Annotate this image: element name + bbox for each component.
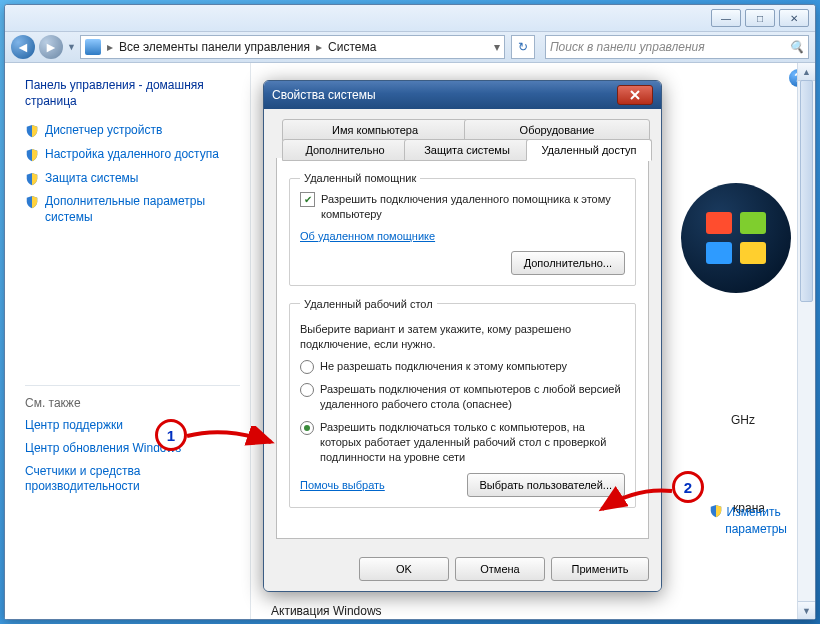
sidebar-home-link[interactable]: Панель управления - домашняя страница (25, 77, 240, 109)
scroll-down-icon[interactable]: ▼ (798, 601, 815, 619)
scroll-up-icon[interactable]: ▲ (798, 63, 815, 81)
tab-remote[interactable]: Удаленный доступ (526, 139, 652, 161)
allow-remote-assistance-checkbox[interactable]: ✔ Разрешить подключения удаленного помощ… (300, 192, 625, 222)
minimize-button[interactable]: — (711, 9, 741, 27)
breadcrumb-dropdown-icon[interactable]: ▾ (494, 40, 500, 54)
nav-back-button[interactable]: ◄ (11, 35, 35, 59)
control-panel-icon (85, 39, 101, 55)
tab-strip: Имя компьютера Оборудование Дополнительн… (276, 119, 649, 159)
rdp-option-deny[interactable]: Не разрешать подключения к этому компьют… (300, 359, 625, 374)
annotation-badge-2: 2 (672, 471, 704, 503)
breadcrumb-leaf[interactable]: Система (328, 40, 376, 54)
sidebar-link-remote-settings[interactable]: Настройка удаленного доступа (25, 147, 240, 163)
sidebar-link-advanced-settings[interactable]: Дополнительные параметры системы (25, 194, 240, 225)
change-settings-link[interactable]: Изменить параметры (709, 503, 787, 538)
sidebar: Панель управления - домашняя страница Ди… (5, 63, 251, 619)
annotation-arrow-1 (185, 426, 280, 454)
tab-system-protection[interactable]: Защита системы (404, 139, 530, 161)
windows-logo (681, 183, 791, 293)
annotation-badge-1: 1 (155, 419, 187, 451)
remote-assistance-group: Удаленный помощник ✔ Разрешить подключен… (289, 172, 636, 286)
about-remote-assistance-link[interactable]: Об удаленном помощнике (300, 230, 435, 242)
close-window-button[interactable]: ✕ (779, 9, 809, 27)
shield-icon (709, 504, 723, 518)
dialog-title: Свойства системы (272, 88, 376, 102)
radio-icon (300, 383, 314, 397)
main-text-fragment: GHz (731, 413, 755, 427)
see-also-label: См. также (25, 396, 240, 410)
activation-heading: Активация Windows (271, 604, 795, 618)
see-also-perf-tools[interactable]: Счетчики и средства производительности (25, 464, 240, 495)
window-titlebar: — □ ✕ (5, 5, 815, 32)
cancel-button[interactable]: Отмена (455, 557, 545, 581)
remote-desktop-legend: Удаленный рабочий стол (300, 298, 437, 310)
help-choose-link[interactable]: Помочь выбрать (300, 479, 385, 491)
breadcrumb-sep-icon: ▸ (316, 40, 322, 54)
radio-icon (300, 421, 314, 435)
checkbox-icon: ✔ (300, 192, 315, 207)
radio-icon (300, 360, 314, 374)
remote-desktop-desc: Выберите вариант и затем укажите, кому р… (300, 322, 625, 352)
dialog-close-button[interactable] (617, 85, 653, 105)
remote-assistance-legend: Удаленный помощник (300, 172, 420, 184)
nav-history-dropdown-icon[interactable]: ▼ (67, 42, 76, 52)
refresh-button[interactable]: ↻ (511, 35, 535, 59)
address-bar-row: ◄ ► ▼ ▸ Все элементы панели управления ▸… (5, 32, 815, 63)
maximize-button[interactable]: □ (745, 9, 775, 27)
dialog-footer: OK Отмена Применить (264, 549, 661, 591)
sidebar-link-device-manager[interactable]: Диспетчер устройств (25, 123, 240, 139)
search-icon: 🔍 (789, 40, 804, 54)
search-placeholder: Поиск в панели управления (550, 40, 705, 54)
close-icon (629, 90, 641, 100)
breadcrumb-root[interactable]: Все элементы панели управления (119, 40, 310, 54)
breadcrumb-sep-icon: ▸ (107, 40, 113, 54)
search-input[interactable]: Поиск в панели управления 🔍 (545, 35, 809, 59)
vertical-scrollbar[interactable]: ▲ ▼ (797, 63, 815, 619)
annotation-arrow-2 (596, 485, 676, 519)
apply-button[interactable]: Применить (551, 557, 649, 581)
rdp-option-any[interactable]: Разрешать подключения от компьютеров с л… (300, 382, 625, 412)
assistance-advanced-button[interactable]: Дополнительно... (511, 251, 625, 275)
breadcrumb-bar[interactable]: ▸ Все элементы панели управления ▸ Систе… (80, 35, 505, 59)
shield-icon (25, 148, 39, 162)
scrollbar-thumb[interactable] (800, 80, 813, 302)
sidebar-link-system-protection[interactable]: Защита системы (25, 171, 240, 187)
tab-advanced[interactable]: Дополнительно (282, 139, 408, 161)
nav-forward-button[interactable]: ► (39, 35, 63, 59)
remote-desktop-group: Удаленный рабочий стол Выберите вариант … (289, 298, 636, 508)
dialog-titlebar[interactable]: Свойства системы (264, 81, 661, 109)
ok-button[interactable]: OK (359, 557, 449, 581)
shield-icon (25, 124, 39, 138)
rdp-option-nla[interactable]: Разрешить подключаться только с компьюте… (300, 420, 625, 465)
tab-hardware[interactable]: Оборудование (464, 119, 650, 141)
shield-icon (25, 172, 39, 186)
tab-remote-page: Удаленный помощник ✔ Разрешить подключен… (276, 158, 649, 539)
refresh-icon: ↻ (518, 40, 528, 54)
shield-icon (25, 195, 39, 209)
tab-computer-name[interactable]: Имя компьютера (282, 119, 468, 141)
